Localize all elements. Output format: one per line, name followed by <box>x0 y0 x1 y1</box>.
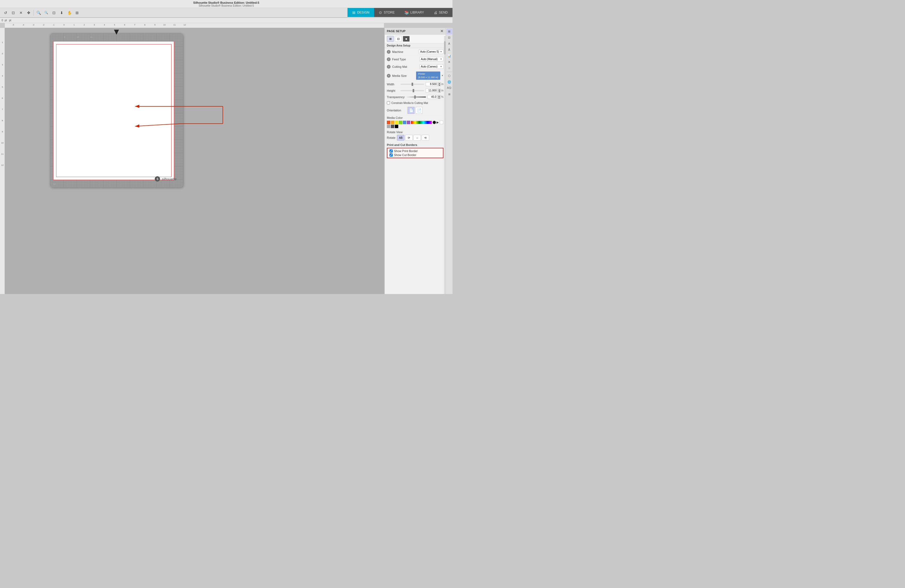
sidebar-icon-4[interactable]: Ā <box>446 47 452 52</box>
settings-button[interactable]: ✤ <box>25 9 32 16</box>
sidebar-icon-2[interactable]: ⊡ <box>446 35 452 40</box>
feed-type-num: 2 <box>387 57 391 61</box>
sidebar-icon-9[interactable]: 🌐 <box>446 79 452 85</box>
sidebar-icon-7[interactable]: ☆ <box>446 65 452 71</box>
silhouette-logo-circle: S <box>155 176 160 182</box>
feed-type-value-container: Auto (Manual) ▼ <box>408 57 443 62</box>
width-input[interactable] <box>426 82 437 86</box>
store-icon: ⊙ <box>379 10 382 14</box>
machine-num: 1 <box>387 50 391 54</box>
panel-tab-grid[interactable]: ⊞ <box>387 36 394 42</box>
media-color-label: Media Color <box>387 116 443 119</box>
rotate-0-button[interactable]: AB <box>397 135 404 141</box>
height-up-button[interactable]: ▲ <box>438 89 441 90</box>
delete-button[interactable]: ✕ <box>17 9 24 16</box>
library-nav-button[interactable]: 📚 LIBRARY <box>400 8 429 17</box>
color-black[interactable] <box>433 121 436 124</box>
design-nav-button[interactable]: ⊞ DESIGN <box>348 8 374 17</box>
color-gradient-bar[interactable] <box>411 121 432 124</box>
transparency-slider[interactable] <box>406 97 426 98</box>
swatch-white[interactable] <box>440 121 443 124</box>
machine-dropdown[interactable]: Auto (Cameo 5) ▼ <box>419 49 443 54</box>
rotate-180-button[interactable]: ↔ <box>413 135 421 141</box>
undo-button[interactable]: ↺ <box>2 9 9 16</box>
portrait-button[interactable]: 📄 <box>408 107 414 114</box>
transparency-down-button[interactable]: ▼ <box>438 97 441 99</box>
sidebar-icon-11[interactable]: ⊞ <box>446 91 452 97</box>
constrain-checkbox[interactable] <box>387 101 390 105</box>
mat-bottom-num: 12 <box>53 183 56 185</box>
canvas-area[interactable]: 9 10 11 ▼ 12 S silhouette <box>5 28 384 294</box>
sidebar-icon-6[interactable]: ✕ <box>446 59 452 65</box>
swatch-dgray[interactable] <box>391 125 394 128</box>
media-size-dropdown[interactable]: Printer (8.500 x 11.000 in) <box>416 71 440 80</box>
cutting-mat: 9 10 11 ▼ 12 S silhouette <box>50 33 183 187</box>
send-icon: 🖨 <box>433 10 437 14</box>
zoom-out-button[interactable]: 🔍 <box>43 9 50 16</box>
nav-bar: ⊞ DESIGN ⊙ STORE 📚 LIBRARY 🖨 SEND <box>348 8 452 17</box>
store-nav-button[interactable]: ⊙ STORE <box>374 8 399 17</box>
select-button[interactable]: ⊡ <box>10 9 17 16</box>
coord-unit: pt <box>5 19 7 22</box>
rotate-label: Rotate <box>387 136 395 139</box>
rotate-270-button[interactable]: ⟲ <box>422 135 429 141</box>
rotate-90-button[interactable]: ⟳ <box>405 135 413 141</box>
orientation-buttons: 📄 📄 <box>408 107 422 114</box>
send-nav-button[interactable]: 🖨 SEND <box>429 8 452 17</box>
width-down-button[interactable]: ▼ <box>438 84 441 86</box>
media-size-arrow: ▼ <box>441 74 443 77</box>
width-row: Width ▲ ▼ in <box>385 81 446 87</box>
cutting-mat-row: 3 Cutting Mat Auto (Cameo) ▼ <box>385 63 446 70</box>
cutting-mat-dropdown[interactable]: Auto (Cameo) ▼ <box>419 64 443 69</box>
swatch-green[interactable] <box>399 121 402 124</box>
constrain-row: Constrain Media to Cutting Mat <box>385 100 446 106</box>
coord-bar: 0 pt pt <box>0 18 452 23</box>
height-down-button[interactable]: ▼ <box>438 90 441 92</box>
height-slider[interactable] <box>400 90 424 91</box>
swatch-amber[interactable] <box>391 121 394 124</box>
sidebar-icon-10[interactable]: Aⓑ <box>446 85 452 91</box>
landscape-button[interactable]: 📄 <box>416 107 422 114</box>
print-cut-section: Print and Cut Borders Show Print Border … <box>385 142 446 160</box>
swatch-lgray[interactable] <box>387 125 390 128</box>
hand-button[interactable]: ✋ <box>66 9 73 16</box>
panel-tab-dark[interactable]: ■ <box>403 36 410 42</box>
zoom-in-button[interactable]: 🔍 <box>35 9 42 16</box>
show-cut-border-checkbox[interactable] <box>389 154 393 157</box>
swatch-blue[interactable] <box>403 121 406 124</box>
panel-scrollbar[interactable] <box>444 36 446 294</box>
swatch-black[interactable] <box>395 125 398 128</box>
transparency-up-button[interactable]: ▲ <box>438 95 441 97</box>
height-unit: in <box>441 89 443 92</box>
sidebar-icon-3[interactable]: A <box>446 41 452 46</box>
sidebar-icon-1[interactable]: ⊞ <box>446 29 452 34</box>
add-button[interactable]: ⊞ <box>74 9 81 16</box>
constrain-label: Constrain Media to Cutting Mat <box>391 101 428 105</box>
feed-type-dropdown-arrow: ▼ <box>440 58 442 60</box>
sidebar-icon-5[interactable]: 📊 <box>446 53 452 59</box>
width-up-button[interactable]: ▲ <box>438 82 441 84</box>
sidebar-icon-8[interactable]: ⬡ <box>446 73 452 79</box>
color-pick-arrow[interactable]: ▶ <box>437 121 439 124</box>
swatch-orange[interactable] <box>387 121 390 124</box>
swatch-purple[interactable] <box>407 121 410 124</box>
toolbar-sep-1 <box>33 10 34 16</box>
move-down-button[interactable]: ⬇ <box>58 9 65 16</box>
zoom-fit-button[interactable]: ⊡ <box>51 9 57 16</box>
page-setup-panel: PAGE SETUP ✕ ⊞ ⊡ ■ Design Area Setup 1 M… <box>384 28 446 294</box>
cutting-mat-value-container: Auto (Cameo) ▼ <box>408 64 443 69</box>
height-input[interactable] <box>426 89 437 92</box>
panel-scroll-thumb[interactable] <box>444 41 446 54</box>
width-slider[interactable] <box>400 84 424 85</box>
show-print-border-checkbox[interactable] <box>389 149 393 152</box>
transparency-label: Transparency <box>387 95 405 98</box>
h-ruler: -5 -4 -3 -2 -1 0 1 2 3 4 5 6 7 8 9 10 11… <box>5 23 384 28</box>
page-setup-close-button[interactable]: ✕ <box>440 29 443 33</box>
cutting-mat-num: 3 <box>387 65 391 68</box>
coord-pt: pt <box>9 19 11 22</box>
transparency-input[interactable] <box>427 95 437 99</box>
panel-tab-view[interactable]: ⊡ <box>395 36 402 42</box>
feed-type-dropdown[interactable]: Auto (Manual) ▼ <box>419 57 443 62</box>
silhouette-logo-text: silhouette <box>162 177 176 181</box>
swatch-yellow[interactable] <box>395 121 398 124</box>
